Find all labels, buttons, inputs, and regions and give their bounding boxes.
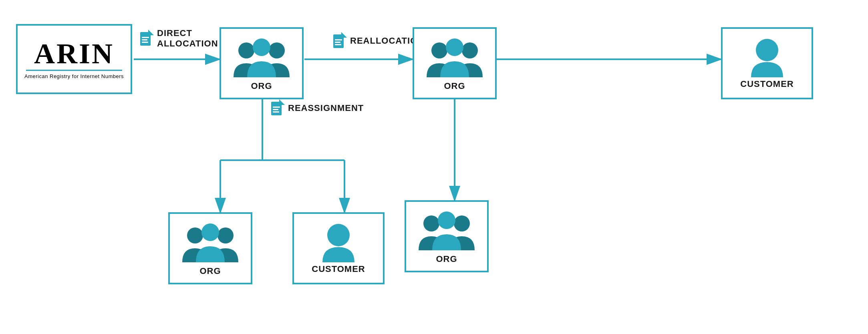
doc-icon-reallocation xyxy=(332,32,348,50)
svg-rect-14 xyxy=(335,44,341,45)
customer1-box: CUSTOMER xyxy=(721,27,813,99)
svg-marker-3 xyxy=(148,30,154,35)
svg-point-16 xyxy=(462,42,478,58)
svg-rect-4 xyxy=(142,37,149,38)
org2-icon xyxy=(423,35,487,79)
svg-point-28 xyxy=(423,215,439,231)
org4-label: ORG xyxy=(436,254,457,264)
org1-box: ORG xyxy=(220,27,304,99)
svg-point-18 xyxy=(756,39,778,61)
customer2-label: CUSTOMER xyxy=(312,264,365,274)
svg-rect-6 xyxy=(142,42,148,43)
svg-point-24 xyxy=(187,227,203,243)
svg-point-26 xyxy=(201,223,219,241)
customer1-icon xyxy=(749,37,785,77)
svg-point-8 xyxy=(269,42,285,58)
doc-icon-reassignment xyxy=(270,99,286,117)
svg-rect-22 xyxy=(273,109,278,110)
svg-rect-13 xyxy=(335,42,340,43)
svg-point-17 xyxy=(446,38,463,56)
doc-icon-allocation xyxy=(139,30,155,47)
diagram: ARIN American Registry for Internet Numb… xyxy=(0,0,868,334)
reallocation-label: REALLOCATION xyxy=(332,32,424,50)
svg-rect-5 xyxy=(142,39,147,40)
reassignment-text: REASSIGNMENT xyxy=(288,103,364,113)
org3-icon xyxy=(178,220,242,264)
org3-box: ORG xyxy=(168,212,252,284)
svg-point-29 xyxy=(454,215,470,231)
customer1-label: CUSTOMER xyxy=(740,79,794,89)
svg-rect-21 xyxy=(273,107,280,108)
arin-title: ARIN xyxy=(34,39,114,68)
customer2-icon xyxy=(320,222,356,262)
arin-decorative-line xyxy=(26,70,122,71)
org3-label: ORG xyxy=(199,266,221,276)
direct-allocation-label: DIRECTALLOCATION xyxy=(139,28,218,49)
customer2-box: CUSTOMER xyxy=(292,212,385,284)
org4-box: ORG xyxy=(405,200,489,272)
svg-rect-23 xyxy=(273,111,279,113)
org2-box: ORG xyxy=(413,27,497,99)
svg-point-25 xyxy=(218,227,234,243)
svg-point-15 xyxy=(431,42,447,58)
org1-label: ORG xyxy=(251,81,272,91)
org1-icon xyxy=(230,35,294,79)
arin-subtitle: American Registry for Internet Numbers xyxy=(24,73,124,79)
org4-icon xyxy=(415,208,479,252)
svg-marker-20 xyxy=(279,99,285,105)
org2-label: ORG xyxy=(444,81,465,91)
svg-point-27 xyxy=(327,224,350,246)
svg-point-30 xyxy=(438,211,455,229)
reassignment-label: REASSIGNMENT xyxy=(270,99,364,117)
direct-allocation-text: DIRECTALLOCATION xyxy=(157,28,218,49)
arin-box: ARIN American Registry for Internet Numb… xyxy=(16,24,132,94)
svg-marker-11 xyxy=(341,32,347,38)
svg-rect-12 xyxy=(335,39,342,40)
svg-point-7 xyxy=(238,42,254,58)
svg-point-9 xyxy=(253,38,270,56)
